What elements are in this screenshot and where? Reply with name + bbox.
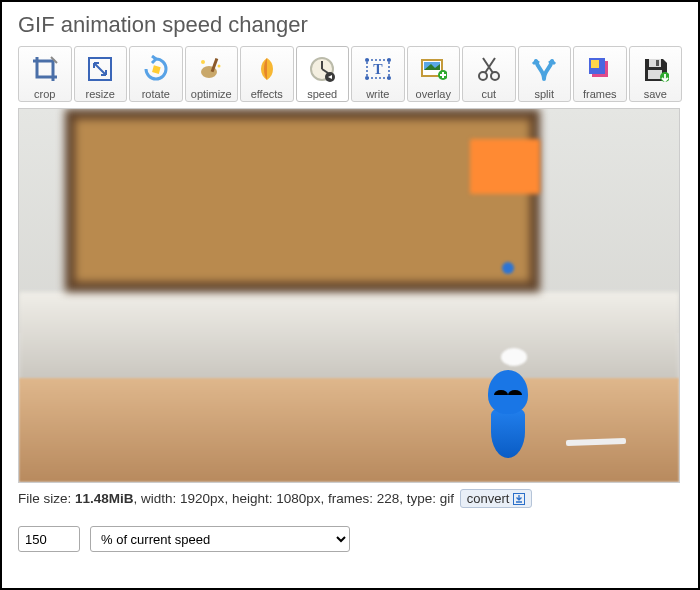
save-icon	[639, 53, 671, 85]
speed-controls: % of current speed	[18, 526, 682, 552]
svg-point-4	[201, 60, 205, 64]
speed-input[interactable]	[18, 526, 80, 552]
svg-point-14	[387, 76, 391, 80]
tool-label: frames	[583, 89, 617, 100]
preview-bg-wall	[19, 292, 679, 382]
frames-button[interactable]: frames	[573, 46, 627, 102]
tool-label: optimize	[191, 89, 232, 100]
preview-figure	[482, 370, 534, 460]
toolbar: cropresizerotateoptimizeeffectsspeedTwri…	[18, 46, 682, 102]
svg-rect-22	[591, 60, 599, 68]
frames-value: 228	[377, 491, 400, 506]
resize-button[interactable]: resize	[74, 46, 128, 102]
tool-label: overlay	[416, 89, 451, 100]
preview-pin	[502, 262, 514, 274]
optimize-icon	[195, 53, 227, 85]
page-title: GIF animation speed changer	[18, 12, 682, 38]
file-size-label: File size:	[18, 491, 75, 506]
type-label: , type:	[399, 491, 440, 506]
cut-icon	[473, 53, 505, 85]
download-icon	[513, 493, 525, 505]
preview-figure-body	[491, 408, 525, 458]
crop-icon	[29, 53, 61, 85]
preview-figure-eye-right	[508, 390, 522, 395]
preview-desk	[19, 378, 679, 482]
app-frame: GIF animation speed changer cropresizero…	[0, 0, 700, 590]
height-value: 1080px	[276, 491, 320, 506]
tool-label: rotate	[142, 89, 170, 100]
height-label: , height:	[224, 491, 276, 506]
svg-rect-23	[649, 59, 661, 67]
overlay-icon	[417, 53, 449, 85]
width-value: 1920px	[180, 491, 224, 506]
preview-sticky-note	[470, 139, 540, 194]
split-button[interactable]: split	[518, 46, 572, 102]
frames-icon	[584, 53, 616, 85]
tool-label: split	[534, 89, 554, 100]
speed-button[interactable]: speed	[296, 46, 350, 102]
resize-icon	[84, 53, 116, 85]
save-button[interactable]: save	[629, 46, 683, 102]
preview-image	[18, 108, 680, 483]
tool-label: save	[644, 89, 667, 100]
file-size-value: 11.48MiB	[75, 491, 134, 506]
tool-label: effects	[251, 89, 283, 100]
type-value: gif	[440, 491, 454, 506]
file-info: File size: 11.48MiB, width: 1920px, heig…	[18, 489, 682, 508]
overlay-button[interactable]: overlay	[407, 46, 461, 102]
tool-label: crop	[34, 89, 55, 100]
svg-rect-1	[152, 65, 161, 74]
convert-button-label: convert	[467, 491, 510, 506]
svg-point-12	[387, 58, 391, 62]
svg-point-13	[365, 76, 369, 80]
write-icon: T	[362, 53, 394, 85]
cut-button[interactable]: cut	[462, 46, 516, 102]
frames-label: , frames:	[320, 491, 376, 506]
rotate-icon	[140, 53, 172, 85]
width-label: , width:	[134, 491, 181, 506]
rotate-button[interactable]: rotate	[129, 46, 183, 102]
convert-button[interactable]: convert	[460, 489, 533, 508]
preview-figure-eye-left	[494, 390, 508, 395]
svg-text:T: T	[373, 62, 383, 77]
write-button[interactable]: Twrite	[351, 46, 405, 102]
speed-unit-select[interactable]: % of current speed	[90, 526, 350, 552]
crop-button[interactable]: crop	[18, 46, 72, 102]
tool-label: write	[366, 89, 389, 100]
svg-point-11	[365, 58, 369, 62]
effects-icon	[251, 53, 283, 85]
speed-icon	[306, 53, 338, 85]
svg-rect-24	[656, 60, 659, 66]
preview-figure-head	[488, 370, 528, 414]
optimize-button[interactable]: optimize	[185, 46, 239, 102]
tool-label: cut	[481, 89, 496, 100]
svg-rect-25	[648, 70, 662, 79]
effects-button[interactable]: effects	[240, 46, 294, 102]
preview-board	[65, 109, 540, 292]
split-icon	[528, 53, 560, 85]
svg-point-5	[218, 64, 221, 67]
tool-label: resize	[86, 89, 115, 100]
tool-label: speed	[307, 89, 337, 100]
